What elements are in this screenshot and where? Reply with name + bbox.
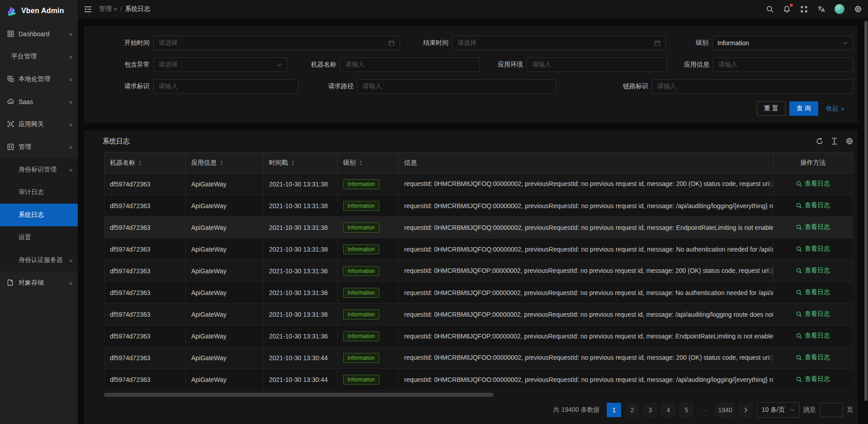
next-page-button[interactable] — [739, 403, 753, 417]
sort-icon[interactable]: ▲▼ — [138, 160, 142, 166]
cell-machine-name: df5974d72363 — [104, 238, 186, 260]
bell-icon[interactable] — [783, 5, 791, 13]
user-avatar[interactable] — [835, 4, 844, 14]
filter-level-label: 级别 — [666, 36, 712, 50]
view-log-link[interactable]: 查看日志 — [796, 267, 830, 275]
table-row[interactable]: df5974d72363ApiGateWay2021-10-30 13:30:4… — [104, 369, 853, 391]
page-size-select[interactable]: 10 条/页 — [757, 402, 800, 418]
column-header-级别[interactable]: 级别▲▼ — [338, 152, 399, 173]
view-log-link[interactable]: 查看日志 — [796, 310, 830, 318]
gear-icon[interactable] — [854, 5, 862, 13]
view-log-link[interactable]: 查看日志 — [796, 375, 830, 383]
view-log-link[interactable]: 查看日志 — [796, 288, 830, 296]
search-icon[interactable] — [766, 5, 774, 13]
filter-start_time-input[interactable]: 请选择 — [153, 36, 400, 50]
page-button-4[interactable]: 4 — [661, 403, 675, 417]
column-header-应用信息[interactable]: 应用信息▲▼ — [186, 152, 264, 173]
table-row[interactable]: df5974d72363ApiGateWay2021-10-30 13:31:3… — [104, 260, 853, 282]
page-button-5[interactable]: 5 — [679, 403, 693, 417]
horizontal-scrollbar[interactable] — [104, 393, 853, 397]
filter-has_exception-label: 包含异常 — [84, 57, 153, 72]
table-row[interactable]: df5974d72363ApiGateWay2021-10-30 13:31:3… — [104, 304, 853, 325]
jump-label: 跳至 — [803, 406, 816, 414]
page-button-2[interactable]: 2 — [625, 403, 639, 417]
column-header-时间戳[interactable]: 时间戳▲▼ — [264, 152, 338, 173]
storage-icon — [7, 279, 14, 286]
sidebar-item-应用网关[interactable]: 应用网关∨ — [0, 113, 78, 136]
column-height-icon[interactable] — [830, 138, 838, 145]
sort-icon[interactable]: ▲▼ — [291, 160, 295, 166]
sidebar-item-审计日志[interactable]: 审计日志 — [0, 181, 78, 204]
fullscreen-icon[interactable] — [800, 5, 808, 13]
menu-fold-icon[interactable] — [84, 6, 92, 13]
table-row[interactable]: df5974d72363ApiGateWay2021-10-30 13:31:3… — [104, 282, 853, 304]
reset-button[interactable]: 重 置 — [757, 101, 786, 116]
filter-app_info-input[interactable]: 请输入 — [713, 57, 853, 72]
table-row[interactable]: df5974d72363ApiGateWay2021-10-30 13:31:3… — [104, 238, 853, 260]
filter-trace_id-input[interactable]: 请输入 — [652, 79, 853, 94]
table-row[interactable]: df5974d72363ApiGateWay2021-10-30 13:30:4… — [104, 347, 853, 369]
cell-action: 查看日志 — [774, 282, 853, 304]
breadcrumb-parent[interactable]: 管理 — [99, 5, 112, 13]
sidebar-item-平台管理[interactable]: 平台管理∨ — [0, 45, 78, 68]
view-log-label: 查看日志 — [805, 288, 830, 296]
page-button-1940[interactable]: 1940 — [715, 403, 735, 417]
view-log-link[interactable]: 查看日志 — [796, 353, 830, 362]
sidebar-item-设置[interactable]: 设置 — [0, 226, 78, 249]
view-log-label: 查看日志 — [805, 375, 830, 383]
sidebar-item-Dashboard[interactable]: Dashboard∨ — [0, 23, 78, 45]
view-log-link[interactable]: 查看日志 — [796, 180, 830, 188]
page-scrollbar[interactable] — [864, 21, 868, 417]
table-row[interactable]: df5974d72363ApiGateWay2021-10-30 13:31:3… — [104, 173, 853, 195]
filter-app_env-input[interactable]: 请输入 — [527, 57, 667, 72]
cell-action: 查看日志 — [774, 195, 853, 217]
cell-level: Information — [338, 173, 399, 195]
filter-request_id-input[interactable]: 请输入 — [153, 79, 298, 94]
filter-has_exception-input[interactable]: 请选择 — [153, 57, 288, 72]
sidebar-item-本地化管理[interactable]: 本地化管理∨ — [0, 68, 78, 91]
view-log-link[interactable]: 查看日志 — [796, 332, 830, 340]
table-row[interactable]: df5974d72363ApiGateWay2021-10-30 13:31:3… — [104, 325, 853, 347]
sidebar-item-Saas[interactable]: Saas∨ — [0, 91, 78, 113]
page-button-1[interactable]: 1 — [607, 403, 621, 417]
sidebar-item-身份标识管理[interactable]: 身份标识管理∨ — [0, 158, 78, 181]
cell-message: requestId: 0HMCRBM8JQFOQ:00000002, previ… — [399, 217, 774, 238]
magnifier-icon — [796, 311, 802, 317]
app-logo[interactable]: Vben Admin — [0, 0, 78, 22]
vben-logo-icon — [6, 5, 18, 17]
sidebar-item-身份认证服务器[interactable]: 身份认证服务器∨ — [0, 249, 78, 272]
pagination: 共 19400 条数据 12345···1940 10 条/页 跳至 页 — [84, 397, 858, 421]
collapse-link[interactable]: 收起 ∧ — [826, 105, 844, 113]
translate-icon[interactable] — [817, 5, 825, 13]
sidebar-item-管理[interactable]: 管理∧ — [0, 136, 78, 158]
horizontal-scrollbar-thumb[interactable] — [104, 393, 494, 397]
cell-machine-name: df5974d72363 — [104, 304, 186, 325]
page-button-3[interactable]: 3 — [643, 403, 657, 417]
table-row[interactable]: df5974d72363ApiGateWay2021-10-30 13:31:3… — [104, 195, 853, 217]
filter-machine_name-input[interactable]: 请输入 — [340, 57, 480, 72]
sidebar-item-对象存储[interactable]: 对象存储∨ — [0, 272, 78, 294]
jump-page-input[interactable] — [820, 403, 843, 417]
navbar-actions — [766, 4, 862, 14]
sort-icon[interactable]: ▲▼ — [220, 160, 223, 166]
view-log-link[interactable]: 查看日志 — [796, 223, 830, 231]
cell-action: 查看日志 — [774, 369, 853, 391]
page-scrollbar-thumb[interactable] — [864, 21, 868, 401]
search-button[interactable]: 查 询 — [789, 101, 818, 116]
filter-request_path-input[interactable]: 请输入 — [357, 79, 556, 94]
table-settings-icon[interactable] — [845, 138, 853, 145]
sort-icon[interactable]: ▲▼ — [359, 160, 363, 166]
refresh-icon[interactable] — [816, 138, 823, 145]
filter-level-input[interactable]: Information — [712, 36, 853, 50]
view-log-link[interactable]: 查看日志 — [796, 245, 830, 253]
column-header-label: 应用信息 — [191, 159, 217, 166]
filter-end_time-input[interactable]: 请选择 — [452, 36, 666, 50]
level-badge: Information — [343, 353, 379, 363]
app-name: Vben Admin — [21, 7, 64, 15]
sidebar-item-系统日志[interactable]: 系统日志 — [0, 204, 78, 226]
cell-timestamp: 2021-10-30 13:30:44 — [264, 369, 338, 391]
view-log-link[interactable]: 查看日志 — [796, 201, 830, 210]
table-row[interactable]: df5974d72363ApiGateWay2021-10-30 13:31:3… — [104, 217, 853, 238]
breadcrumb: 管理 ∨ / 系统日志 — [99, 5, 150, 13]
column-header-机器名称[interactable]: 机器名称▲▼ — [104, 152, 186, 173]
